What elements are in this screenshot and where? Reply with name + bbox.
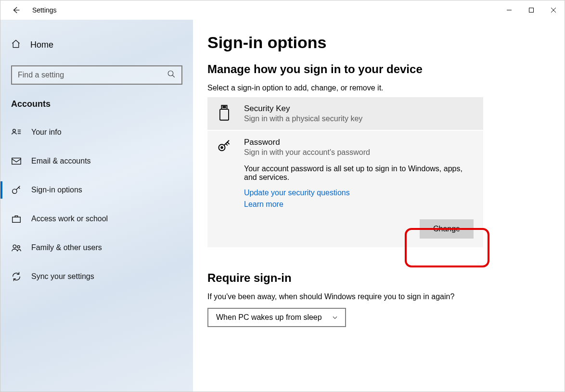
sidebar-item-email-accounts[interactable]: Email & accounts [0,147,193,176]
option-subtitle: Sign in with a physical security key [244,114,362,123]
sidebar-item-your-info[interactable]: Your info [0,118,193,147]
search-input[interactable] [18,71,167,79]
sidebar: Home Accounts Your info [0,20,193,392]
signin-option-security-key[interactable]: Security Key Sign in with a physical sec… [207,97,483,130]
briefcase-icon [11,214,22,224]
mail-icon [11,156,22,166]
svg-point-16 [17,246,20,248]
svg-line-24 [227,142,229,144]
sidebar-item-family-other-users[interactable]: Family & other users [0,233,193,262]
people-icon [11,242,22,253]
sidebar-item-label: Sync your settings [31,272,94,281]
svg-rect-10 [12,158,21,164]
svg-point-15 [13,245,16,248]
require-signin-question: If you've been away, when should Windows… [207,292,565,301]
key-icon [216,138,232,153]
section-title-require: Require sign-in [207,271,565,285]
sidebar-item-sync-settings[interactable]: Sync your settings [0,262,193,291]
section-title-manage: Manage how you sign in to your device [207,63,565,76]
require-signin-dropdown[interactable]: When PC wakes up from sleep [207,308,346,327]
sidebar-item-label: Family & other users [31,243,102,252]
svg-point-22 [221,147,223,149]
svg-rect-1 [529,8,534,13]
sidebar-heading: Accounts [0,94,193,118]
password-detail: Your account password is all set up to s… [244,164,465,182]
key-icon [11,185,22,195]
signin-option-password[interactable]: Password Sign in with your account's pas… [207,130,483,247]
option-title: Password [244,138,370,147]
main-content: Sign-in options Manage how you sign in t… [193,20,565,392]
close-button[interactable] [542,0,565,20]
svg-point-4 [168,71,173,76]
dropdown-selected: When PC wakes up from sleep [216,313,322,322]
search-box[interactable] [11,65,182,85]
person-card-icon [11,127,22,138]
sidebar-item-label: Sign-in options [31,186,82,194]
search-icon [167,70,176,80]
sidebar-item-label: Access work or school [31,215,108,223]
sync-icon [11,271,22,282]
sidebar-home-label: Home [30,40,53,50]
learn-more-link[interactable]: Learn more [244,200,475,209]
svg-point-6 [13,129,16,132]
svg-rect-20 [225,106,226,107]
minimize-button[interactable] [498,0,520,20]
svg-rect-18 [220,109,229,120]
svg-rect-19 [223,106,224,107]
update-security-questions-link[interactable]: Update your security questions [244,189,475,197]
page-title: Sign-in options [207,33,565,52]
chevron-down-icon [332,314,338,321]
svg-rect-14 [13,217,21,222]
sidebar-item-signin-options[interactable]: Sign-in options [0,176,193,204]
back-button[interactable] [11,5,21,15]
usb-key-icon [216,104,232,121]
svg-line-13 [19,188,20,189]
option-title: Security Key [244,104,362,114]
svg-line-5 [172,75,175,77]
sidebar-item-label: Your info [31,128,62,137]
titlebar: Settings [0,0,565,20]
home-icon [11,39,21,51]
window-title: Settings [32,6,57,14]
change-password-button[interactable]: Change [420,219,474,239]
maximize-button[interactable] [520,0,542,20]
sidebar-item-label: Email & accounts [31,157,91,165]
sidebar-home[interactable]: Home [0,33,193,57]
sidebar-item-access-work-school[interactable]: Access work or school [0,204,193,233]
option-subtitle: Sign in with your account's password [244,148,370,157]
section-desc-manage: Select a sign-in option to add, change, … [207,84,565,92]
svg-line-25 [226,144,228,146]
